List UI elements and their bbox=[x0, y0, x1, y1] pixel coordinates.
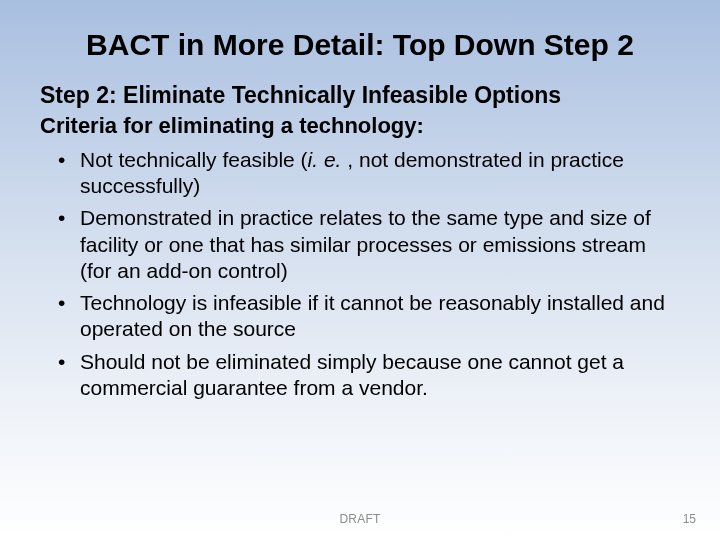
bullet-text-prefix: Not technically feasible ( bbox=[80, 148, 308, 171]
page-number: 15 bbox=[683, 512, 696, 526]
criteria-label: Criteria for eliminating a technology: bbox=[40, 112, 680, 141]
slide-body: Step 2: Eliminate Technically Infeasible… bbox=[0, 73, 720, 402]
step-subheading: Step 2: Eliminate Technically Infeasible… bbox=[40, 81, 680, 111]
bullet-text: Should not be eliminated simply because … bbox=[80, 350, 624, 399]
list-item: Should not be eliminated simply because … bbox=[74, 349, 680, 402]
slide-title: BACT in More Detail: Top Down Step 2 bbox=[0, 0, 720, 73]
footer-draft-label: DRAFT bbox=[0, 512, 720, 526]
slide: BACT in More Detail: Top Down Step 2 Ste… bbox=[0, 0, 720, 540]
bullet-text-italic: i. e. bbox=[308, 148, 348, 171]
bullet-list: Not technically feasible (i. e. , not de… bbox=[40, 147, 680, 401]
bullet-text: Demonstrated in practice relates to the … bbox=[80, 206, 651, 282]
list-item: Not technically feasible (i. e. , not de… bbox=[74, 147, 680, 200]
list-item: Demonstrated in practice relates to the … bbox=[74, 205, 680, 284]
list-item: Technology is infeasible if it cannot be… bbox=[74, 290, 680, 343]
bullet-text: Technology is infeasible if it cannot be… bbox=[80, 291, 665, 340]
